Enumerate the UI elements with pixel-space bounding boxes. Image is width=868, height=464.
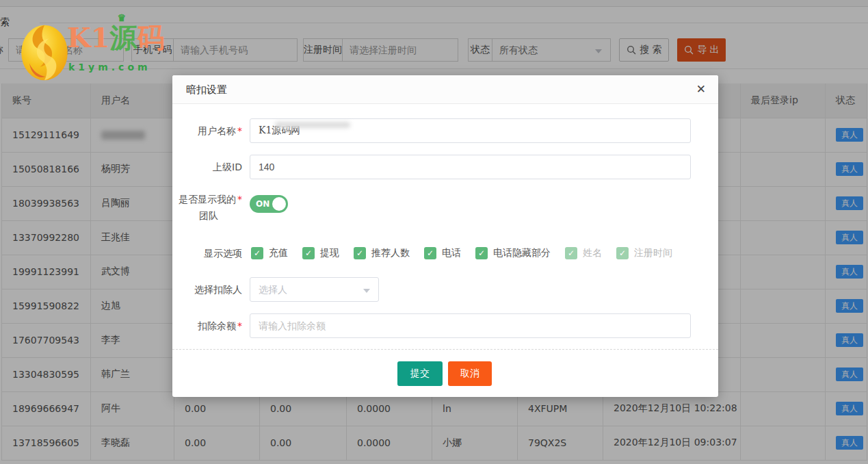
checkbox-label: 电话 (442, 247, 461, 259)
checkbox-label: 提现 (320, 247, 339, 259)
show-team-toggle[interactable]: ON (250, 195, 288, 213)
checkbox-checked-icon: ✓ (475, 247, 488, 259)
submit-button[interactable]: 提交 (397, 361, 443, 386)
deduct-person-placeholder: 选择人 (259, 284, 287, 296)
label-text: 是否显示我的 (179, 194, 236, 205)
footer-divider (172, 349, 718, 350)
display-option: ✓注册时间 (616, 247, 672, 259)
checkbox-label: 充值 (269, 247, 288, 259)
label-text: 扣除余额 (198, 320, 236, 331)
toggle-on-label: ON (256, 199, 269, 209)
close-icon[interactable]: ✕ (696, 82, 706, 96)
cancel-button[interactable]: 取消 (448, 361, 492, 386)
deduct-amount-field[interactable] (250, 313, 691, 338)
label-text: 上级ID (213, 162, 242, 172)
display-option: ✓姓名 (565, 247, 602, 259)
checkbox-checked-icon: ✓ (251, 247, 263, 259)
display-option[interactable]: ✓电话 (424, 247, 461, 259)
checkbox-checked-icon: ✓ (616, 247, 629, 259)
label-text: 显示选项 (204, 248, 242, 259)
deduct-person-label: 选择扣除人 (175, 284, 242, 296)
parent-id-label: 上级ID (175, 162, 242, 173)
required-asterisk: * (237, 320, 242, 331)
show-team-label: 是否显示我的* 团队 (175, 194, 242, 222)
display-option[interactable]: ✓电话隐藏部分 (475, 247, 551, 259)
checkbox-checked-icon: ✓ (302, 247, 315, 259)
required-asterisk: * (237, 125, 242, 136)
checkbox-label: 姓名 (583, 247, 602, 259)
username-field[interactable] (250, 118, 691, 143)
checkbox-checked-icon: ✓ (424, 247, 436, 259)
checkbox-label: 注册时间 (634, 247, 672, 259)
deduction-settings-modal: 暗扣设置 ✕ 用户名称* 上级ID 是否显示我的* 团队 ON 显示选项 ✓充值… (172, 75, 718, 397)
label-text: 选择扣除人 (194, 284, 242, 295)
required-asterisk: * (237, 194, 242, 205)
checkbox-label: 电话隐藏部分 (493, 247, 551, 259)
label-text: 团队 (175, 210, 242, 222)
toggle-knob (272, 197, 286, 211)
modal-header: 暗扣设置 ✕ (172, 75, 718, 104)
checkbox-checked-icon: ✓ (565, 247, 577, 259)
parent-id-field[interactable] (250, 155, 691, 179)
app: 索 称 手机号码 注册时间 状态 所有状态 搜 索 导 出 账号用户名最后登录i… (0, 0, 868, 464)
deduct-amount-label: 扣除余额* (175, 320, 242, 332)
display-option[interactable]: ✓推荐人数 (354, 247, 410, 259)
display-options-group: ✓充值✓提现✓推荐人数✓电话✓电话隐藏部分✓姓名✓注册时间 (251, 245, 687, 261)
display-option[interactable]: ✓充值 (251, 247, 288, 259)
username-field-label: 用户名称* (175, 125, 242, 137)
chevron-down-icon (363, 289, 370, 293)
deduct-person-select[interactable]: 选择人 (250, 277, 379, 302)
checkbox-label: 推荐人数 (371, 247, 410, 259)
label-text: 用户名称 (198, 125, 236, 136)
checkbox-checked-icon: ✓ (354, 247, 366, 259)
modal-title: 暗扣设置 (186, 75, 227, 104)
display-options-label: 显示选项 (175, 248, 242, 259)
display-option[interactable]: ✓提现 (302, 247, 339, 259)
